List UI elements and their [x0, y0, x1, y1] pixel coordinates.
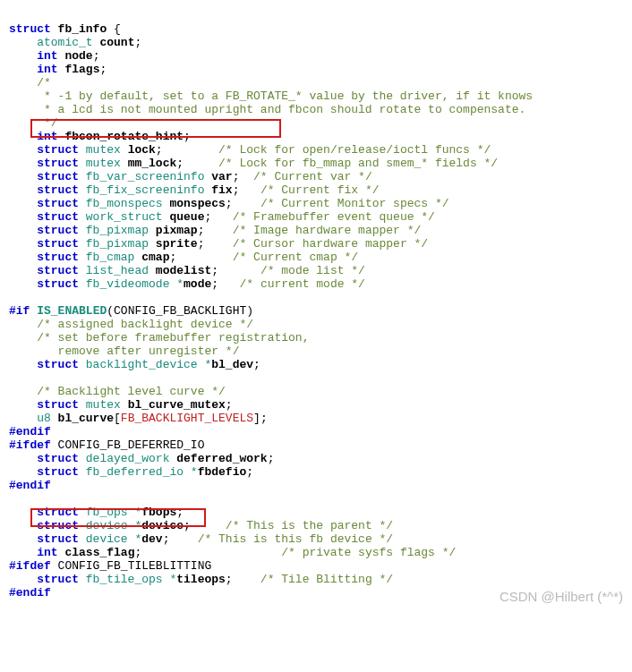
- semi: ;: [226, 197, 260, 210]
- kw-struct: struct: [9, 465, 79, 479]
- field-var: var: [211, 170, 232, 183]
- comment: remove after unregister */: [9, 345, 239, 358]
- field: tileops: [176, 573, 226, 586]
- bracket: ];: [253, 412, 268, 425]
- semi: ;: [169, 251, 232, 264]
- comment: * -1 by default, set to a FB_ROTATE_* va…: [9, 89, 533, 103]
- pp-endif: #endif: [9, 425, 51, 438]
- field: cmap: [141, 251, 169, 264]
- kw-struct: struct: [9, 143, 79, 157]
- pp-ifdef: #ifdef: [9, 438, 51, 452]
- semi: ;: [233, 170, 253, 183]
- semi: ;: [156, 143, 218, 157]
- pn: (CONFIG_FB_BACKLIGHT): [107, 304, 253, 318]
- brace: {: [114, 22, 121, 36]
- semi: ;: [246, 465, 253, 479]
- field: flags: [64, 63, 99, 76]
- comment: /*: [9, 76, 51, 89]
- field: fix: [211, 183, 232, 197]
- semi: ;: [99, 63, 107, 76]
- kw-struct: struct: [9, 398, 79, 412]
- type: backlight_device *: [79, 358, 211, 371]
- field: dev: [141, 532, 162, 546]
- field: mm_lock: [128, 157, 177, 170]
- type: fb_cmap: [79, 251, 141, 264]
- semi: ;: [134, 36, 141, 49]
- kw-struct: struct: [9, 183, 79, 197]
- type: device *: [79, 532, 141, 546]
- kw-struct: struct: [9, 237, 79, 251]
- kw-struct: struct: [9, 210, 79, 224]
- field: fbdefio: [198, 465, 247, 479]
- kw-struct: struct: [9, 251, 79, 264]
- type: work_struct: [79, 210, 169, 224]
- kw-struct: struct: [9, 573, 79, 586]
- field: bl_dev: [211, 358, 253, 371]
- field: mode: [184, 277, 211, 291]
- kw-int: int: [9, 49, 64, 63]
- field: sprite: [156, 237, 198, 251]
- semi: ;: [198, 237, 233, 251]
- kw-struct: struct: [9, 224, 79, 237]
- kw-struct: struct: [9, 157, 79, 170]
- field: device: [141, 519, 184, 532]
- type: fb_fix_screeninfo: [79, 183, 211, 197]
- code-block: struct fb_info { atomic_t count; int nod…: [9, 9, 623, 600]
- comment: /* Current fix */: [260, 183, 380, 197]
- kw-struct: struct: [9, 506, 79, 519]
- comment: /* Lock for fb_mmap and smem_* fields */: [218, 157, 498, 170]
- field: class_flag: [64, 546, 134, 559]
- comment: /* mode list */: [260, 264, 365, 277]
- comment: */: [9, 116, 58, 130]
- type-u8: u8: [9, 412, 58, 425]
- type: fb_pixmap: [79, 237, 156, 251]
- kw-struct: struct: [9, 452, 79, 465]
- field: node: [64, 49, 92, 63]
- semi: ;: [211, 264, 260, 277]
- type-var-screeninfo: fb_var_screeninfo: [79, 170, 211, 183]
- kw-int: int: [9, 546, 64, 559]
- type: mutex: [79, 157, 128, 170]
- semi: ;: [198, 224, 233, 237]
- semi: ;: [226, 398, 233, 412]
- kw-struct: struct: [9, 197, 79, 210]
- comment: /* Backlight level curve */: [9, 385, 226, 398]
- comment: /* Current cmap */: [233, 251, 358, 264]
- comment: /* Current Monitor specs */: [260, 197, 449, 210]
- kw-struct: struct: [9, 277, 79, 291]
- field: deferred_work: [176, 452, 267, 465]
- comment: /* current mode */: [239, 277, 364, 291]
- field: bl_curve_mutex: [128, 398, 226, 412]
- field: bl_curve: [58, 412, 114, 425]
- semi: ;: [204, 210, 232, 224]
- field: monspecs: [169, 197, 225, 210]
- comment: /* Tile Blitting */: [260, 573, 393, 586]
- semi: ;: [253, 358, 260, 371]
- comment: /* Framebuffer event queue */: [233, 210, 435, 224]
- field: count: [99, 36, 134, 49]
- semi: ;: [176, 157, 218, 170]
- field: pixmap: [156, 224, 198, 237]
- type: fb_videomode *: [79, 277, 184, 291]
- comment: /* assigned backlight device */: [9, 318, 253, 331]
- semi: ;: [184, 130, 191, 143]
- field: queue: [169, 210, 204, 224]
- macro-arg: CONFIG_FB_TILEBLITTING: [51, 559, 211, 573]
- macro: IS_ENABLED: [37, 304, 107, 318]
- bracket: [: [114, 412, 121, 425]
- type: fb_deferred_io *: [79, 465, 198, 479]
- kw-struct: struct: [9, 532, 79, 546]
- comment: /* set before framebuffer registration,: [9, 331, 309, 345]
- kw-int: int: [9, 130, 64, 143]
- kw-struct: struct: [9, 22, 51, 36]
- comment: /* Current var */: [253, 170, 372, 183]
- kw-struct: struct: [9, 264, 79, 277]
- struct-name: fb_info: [51, 22, 114, 36]
- type: fb_monspecs: [79, 197, 169, 210]
- field: modelist: [156, 264, 211, 277]
- type: atomic_t: [9, 36, 99, 49]
- semi: ;: [176, 506, 184, 519]
- watermark-text: CSDN @Hilbert (*^*): [500, 590, 623, 603]
- type: delayed_work: [79, 452, 176, 465]
- kw-int: int: [9, 63, 64, 76]
